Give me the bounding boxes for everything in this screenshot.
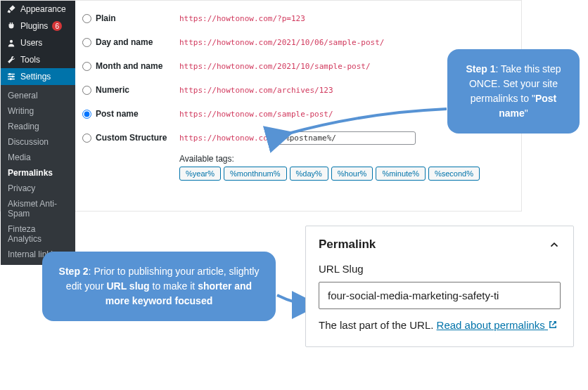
callout-text: " — [525, 108, 528, 119]
radio-day[interactable] — [82, 38, 91, 47]
sidebar-item-plugins[interactable]: Plugins 6 — [1, 18, 75, 34]
callout-text: to make it — [150, 280, 198, 292]
svg-point-4 — [9, 73, 11, 75]
submenu-general[interactable]: General — [1, 88, 75, 103]
radio-label: Numeric — [96, 85, 129, 95]
radio-label: Post name — [96, 109, 139, 119]
callout-strong: Step 1 — [466, 63, 495, 74]
user-icon — [6, 38, 16, 48]
sidebar-label: Users — [20, 38, 42, 48]
wrench-icon — [6, 55, 16, 65]
url-sample: https://howtonow.com/archives/123 — [179, 86, 333, 95]
permalink-editor-panel: Permalink URL Slug The last part of the … — [305, 226, 574, 347]
option-day-row: Day and name https://howtonow.com/2021/1… — [81, 30, 510, 54]
submenu-discussion[interactable]: Discussion — [1, 134, 75, 150]
url-sample: https://howtonow.com/?p=123 — [179, 14, 305, 23]
callout-step-1: Step 1: Take this step ONCE. Set your si… — [447, 49, 580, 134]
radio-postname[interactable] — [82, 110, 91, 119]
radio-label: Plain — [96, 13, 116, 23]
submenu-akismet[interactable]: Akismet Anti-Spam — [1, 196, 75, 221]
radio-plain[interactable] — [82, 14, 91, 23]
tag-monthnum[interactable]: %monthnum% — [224, 167, 287, 181]
svg-point-6 — [10, 78, 12, 80]
tag-hour[interactable]: %hour% — [331, 167, 373, 181]
tag-second[interactable]: %second% — [428, 167, 480, 181]
submenu-writing[interactable]: Writing — [1, 103, 75, 119]
url-base: https://howtonow.com — [179, 134, 272, 143]
tag-year[interactable]: %year% — [179, 167, 221, 181]
available-tags-label: Available tags: — [179, 154, 510, 164]
url-sample: https://howtonow.com/2021/10/sample-post… — [179, 62, 371, 71]
permalink-help-text: The last part of the URL. Read about per… — [319, 318, 561, 334]
admin-sidebar: Appearance Plugins 6 Users Tools Setting… — [1, 1, 75, 211]
plug-icon — [6, 21, 16, 31]
option-month-and-name[interactable]: Month and name — [81, 61, 179, 71]
tag-day[interactable]: %day% — [290, 167, 328, 181]
svg-point-0 — [10, 40, 13, 43]
option-custom-row: Custom Structure https://howtonow.com /%… — [81, 126, 510, 150]
available-tags: %year% %monthnum% %day% %hour% %minute% … — [179, 167, 510, 181]
option-custom[interactable]: Custom Structure — [81, 133, 179, 143]
sidebar-item-users[interactable]: Users — [1, 34, 75, 51]
help-text: The last part of the URL. — [319, 319, 437, 331]
settings-submenu: General Writing Reading Discussion Media… — [1, 85, 75, 265]
sidebar-label: Plugins — [20, 21, 48, 31]
tag-minute[interactable]: %minute% — [376, 167, 426, 181]
sidebar-label: Appearance — [20, 4, 66, 14]
svg-point-5 — [12, 76, 14, 78]
url-sample: https://howtonow.com/sample-post/ — [179, 110, 333, 119]
custom-structure-input[interactable]: /%postname%/ — [275, 131, 416, 145]
callout-strong: Step 2 — [59, 266, 89, 277]
chevron-up-icon — [548, 238, 561, 251]
submenu-privacy[interactable]: Privacy — [1, 181, 75, 196]
submenu-finteza[interactable]: Finteza Analytics — [1, 221, 75, 247]
url-sample: https://howtonow.com/2021/10/06/sample-p… — [179, 38, 384, 47]
update-badge: 6 — [52, 21, 62, 31]
sidebar-label: Settings — [20, 72, 51, 82]
option-numeric-row: Numeric https://howtonow.com/archives/12… — [81, 78, 510, 102]
panel-header[interactable]: Permalink — [319, 238, 561, 252]
sliders-icon — [6, 72, 16, 82]
read-about-permalinks-link[interactable]: Read about permalinks — [437, 319, 558, 331]
sidebar-item-tools[interactable]: Tools — [1, 51, 75, 68]
radio-numeric[interactable] — [82, 86, 91, 95]
option-post-name[interactable]: Post name — [81, 109, 179, 119]
url-slug-label: URL Slug — [319, 263, 561, 275]
callout-step-2: Step 2: Prior to publishing your article… — [42, 252, 276, 321]
panel-title: Permalink — [319, 238, 376, 252]
radio-label: Day and name — [96, 37, 153, 47]
radio-label: Custom Structure — [96, 133, 167, 143]
submenu-permalinks[interactable]: Permalinks — [1, 165, 75, 181]
radio-label: Month and name — [96, 61, 162, 71]
option-postname-row: Post name https://howtonow.com/sample-po… — [81, 102, 510, 126]
callout-strong: URL slug — [106, 280, 149, 292]
sidebar-item-settings[interactable]: Settings — [1, 68, 75, 85]
option-day-and-name[interactable]: Day and name — [81, 37, 179, 47]
option-plain[interactable]: Plain — [81, 13, 179, 23]
brush-icon — [6, 4, 16, 14]
radio-custom[interactable] — [82, 134, 91, 143]
wp-admin-panel: Appearance Plugins 6 Users Tools Setting… — [0, 0, 522, 212]
sidebar-item-appearance[interactable]: Appearance — [1, 1, 75, 18]
external-link-icon — [548, 318, 558, 328]
option-numeric[interactable]: Numeric — [81, 85, 179, 95]
submenu-reading[interactable]: Reading — [1, 119, 75, 134]
option-plain-row: Plain https://howtonow.com/?p=123 — [81, 6, 510, 30]
sidebar-label: Tools — [20, 55, 40, 65]
submenu-media[interactable]: Media — [1, 150, 75, 165]
radio-month[interactable] — [82, 62, 91, 71]
option-month-row: Month and name https://howtonow.com/2021… — [81, 54, 510, 78]
url-slug-input[interactable] — [319, 282, 561, 309]
